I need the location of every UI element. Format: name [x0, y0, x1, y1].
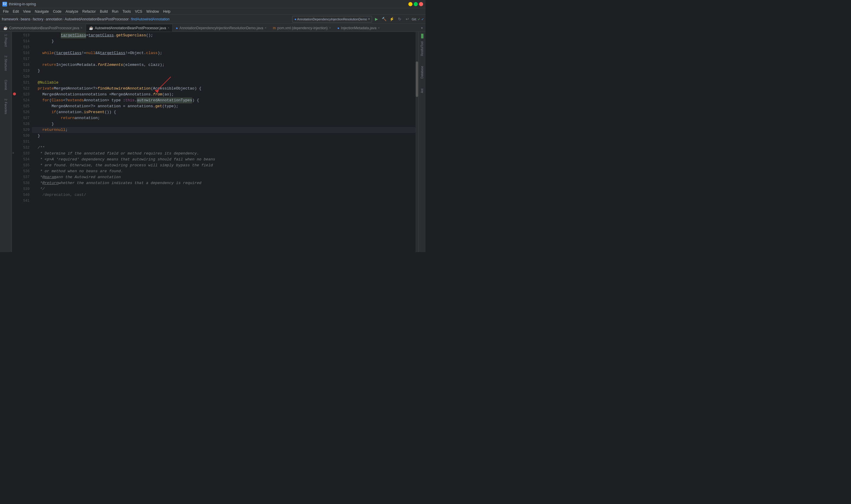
- code-line-534: * <p>A 'required' dependency means that …: [32, 157, 418, 162]
- code-line-535: * are found. Otherwise, the autowiring p…: [32, 162, 418, 168]
- menu-run[interactable]: Run: [110, 8, 120, 15]
- navigation-bar: framework › beans › factory › annotation…: [0, 15, 426, 24]
- menu-tools[interactable]: Tools: [121, 8, 133, 15]
- code-line-532: /**: [32, 145, 418, 151]
- editor-tabs: ☕ CommonAnnotationBeanPostProcessor.java…: [0, 24, 426, 32]
- title-bar-left: IJ thinking-in-spring: [2, 2, 36, 6]
- close-button[interactable]: ×: [419, 2, 423, 6]
- menu-build[interactable]: Build: [98, 8, 110, 15]
- breadcrumb-beans[interactable]: beans: [21, 17, 31, 21]
- menu-navigate[interactable]: Navigate: [33, 8, 51, 15]
- run-button[interactable]: ▶: [373, 16, 380, 22]
- breadcrumb: framework › beans › factory › annotation…: [2, 17, 169, 21]
- git-label: Git:: [412, 17, 417, 21]
- profile-button[interactable]: ↻: [396, 16, 403, 22]
- menu-vcs[interactable]: VCS: [133, 8, 144, 15]
- maximize-button[interactable]: □: [414, 2, 418, 6]
- tabs-overflow-button[interactable]: ▾: [418, 24, 426, 32]
- breadcrumb-class[interactable]: AutowiredAnnotationBeanPostProcessor: [65, 17, 129, 21]
- left-sidebar: 1: Project 2: Structure Commit 2: Favori…: [0, 32, 12, 252]
- dropdown-icon[interactable]: ▾: [368, 17, 370, 21]
- sidebar-structure[interactable]: 2: Structure: [4, 54, 7, 72]
- code-line-539: */: [32, 186, 418, 192]
- title-bar-title: thinking-in-spring: [9, 2, 36, 6]
- tab-label: CommonAnnotationBeanPostProcessor.java: [9, 26, 79, 30]
- code-area: ≡ 513 514 515 516 517 518 519 520 521 52…: [12, 32, 418, 252]
- undo-button[interactable]: ↩: [404, 16, 411, 22]
- tab-icon: m: [273, 26, 276, 30]
- tab-autowired-annotation[interactable]: ☕ AutowiredAnnotationBeanPostProcessor.j…: [86, 24, 173, 32]
- code-line-525: MergedAnnotation<?> annotation = annotat…: [32, 103, 418, 109]
- git-check-icon: ✓: [418, 17, 420, 22]
- run-config-label[interactable]: AnnotationDependencyInjectionResolutionD…: [297, 17, 367, 21]
- tab-close-button[interactable]: ×: [329, 26, 331, 30]
- tab-close-button[interactable]: ×: [265, 26, 267, 30]
- breakpoint-indicator: [13, 92, 16, 95]
- breadcrumb-framework[interactable]: framework: [2, 17, 18, 21]
- tab-common-annotation[interactable]: ☕ CommonAnnotationBeanPostProcessor.java…: [0, 24, 86, 32]
- code-line-537: * @param ann the Autowired annotation: [32, 174, 418, 180]
- run-controls: ● AnnotationDependencyInjectionResolutio…: [292, 16, 424, 22]
- run-config-icon: ●: [294, 17, 296, 21]
- sidebar-restful-tool[interactable]: RestfulTool: [420, 40, 424, 58]
- tab-icon: ●: [338, 26, 340, 30]
- code-line-531: [32, 139, 418, 145]
- code-line-536: * or method when no beans are found.: [32, 168, 418, 174]
- code-line-521: @Nullable: [32, 80, 418, 86]
- git-check2-icon: ✓: [421, 17, 424, 22]
- menu-bar: File Edit View Navigate Code Analyze Ref…: [0, 8, 426, 15]
- code-line-540: /deprecation, cast/: [32, 192, 418, 198]
- code-line-513: targetClass = targetClass.getSuperclass(…: [32, 33, 418, 38]
- minimize-button[interactable]: −: [409, 2, 413, 6]
- menu-edit[interactable]: Edit: [11, 8, 21, 15]
- title-bar-controls[interactable]: − □ ×: [409, 2, 423, 6]
- sidebar-favorites[interactable]: 2: Favorites: [4, 97, 7, 115]
- code-line-520: [32, 74, 418, 80]
- code-line-517: [32, 56, 418, 62]
- code-line-516: while (targetClass != null && targetClas…: [32, 50, 418, 56]
- tab-label: AnnotationDependencyInjectionResolutionD…: [179, 26, 263, 30]
- code-line-526: if (annotation.isPresent()) {: [32, 109, 418, 115]
- title-bar: IJ thinking-in-spring − □ ×: [0, 0, 426, 8]
- code-line-538: * @return whether the annotation indicat…: [32, 180, 418, 186]
- code-line-514: }: [32, 38, 418, 44]
- tab-annotation-demo[interactable]: ● AnnotationDependencyInjectionResolutio…: [173, 24, 270, 32]
- sidebar-database[interactable]: Database: [420, 64, 424, 80]
- tab-close-button[interactable]: ×: [81, 26, 83, 30]
- tab-label: AutowiredAnnotationBeanPostProcessor.jav…: [95, 26, 166, 30]
- right-sidebar: RestfulTool Database Ant: [418, 32, 426, 252]
- breadcrumb-annotation[interactable]: annotation: [46, 17, 62, 21]
- tab-close-button[interactable]: ×: [378, 26, 380, 30]
- code-line-528: }: [32, 121, 418, 127]
- code-line-523: MergedAnnotations annotations = MergedAn…: [32, 92, 418, 97]
- tab-close-button[interactable]: ×: [167, 26, 169, 30]
- code-line-515: [32, 44, 418, 50]
- editor-area: ≡ 513 514 515 516 517 518 519 520 521 52…: [12, 32, 418, 252]
- build-button[interactable]: 🔨: [381, 16, 387, 22]
- vertical-scrollbar[interactable]: [415, 32, 418, 252]
- breadcrumb-factory[interactable]: factory: [33, 17, 43, 21]
- sidebar-project[interactable]: 1: Project: [4, 33, 7, 48]
- tab-pom[interactable]: m pom.xml (dependency-injection) ×: [270, 24, 334, 32]
- code-line-530: }: [32, 133, 418, 139]
- menu-view[interactable]: View: [21, 8, 33, 15]
- breadcrumb-method[interactable]: findAutowiredAnnotation: [131, 17, 169, 21]
- code-line-529: return null;: [32, 127, 418, 133]
- code-line-524: for (Class<? extends Annotation> type : …: [32, 97, 418, 103]
- code-line-519: }: [32, 68, 418, 74]
- tab-injection-metadata[interactable]: ● InjectionMetadata.java ×: [334, 24, 383, 32]
- app-icon: IJ: [2, 2, 7, 6]
- code-line-527: return annotation;: [32, 115, 418, 121]
- debug-button[interactable]: ⚡: [388, 16, 395, 22]
- code-line-533: * Determine if the annotated field or me…: [32, 151, 418, 157]
- menu-analyze[interactable]: Analyze: [64, 8, 80, 15]
- menu-refactor[interactable]: Refactor: [81, 8, 97, 15]
- sidebar-commit[interactable]: Commit: [4, 78, 7, 91]
- menu-file[interactable]: File: [1, 8, 10, 15]
- menu-window[interactable]: Window: [144, 8, 161, 15]
- menu-help[interactable]: Help: [161, 8, 172, 15]
- menu-code[interactable]: Code: [51, 8, 63, 15]
- sidebar-ant[interactable]: Ant: [420, 87, 424, 95]
- code-line-522: private MergedAnnotation<?> findAutowire…: [32, 86, 418, 92]
- gutter: ≡: [12, 32, 17, 252]
